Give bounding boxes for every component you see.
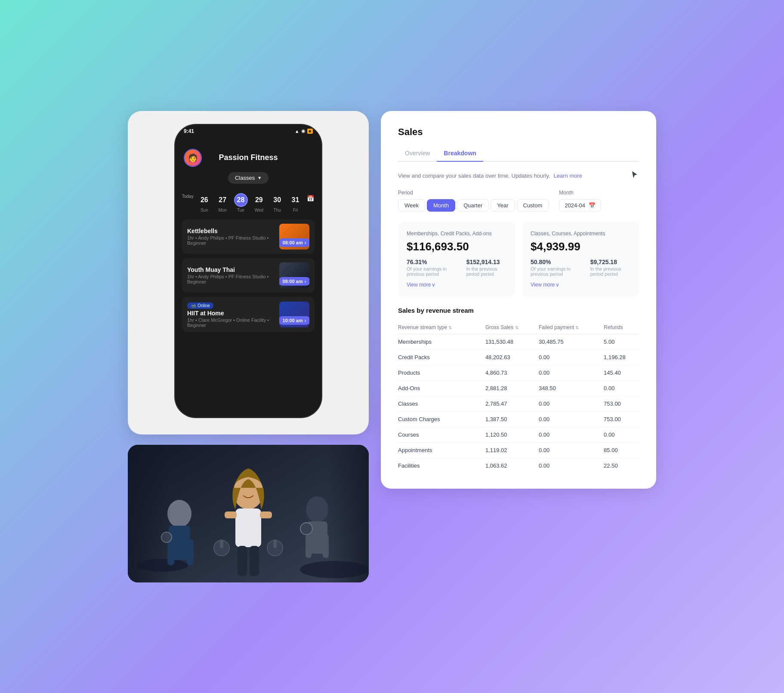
class-details: 1hr • Andy Philips • PF Fitness Studio •… [187,274,275,284]
pct-label: Of your earnings in previous period [407,266,456,277]
cell-type: Credit Packs [398,349,485,365]
svg-rect-11 [225,511,237,518]
cell-refunds: 5.00 [604,334,639,349]
cal-day-label: Tue [237,208,244,213]
metrics-row: Memberships, Credit Packs, Add-ons $116,… [398,222,639,296]
status-time: 9:41 [184,128,194,134]
learn-more-link[interactable]: Learn more [554,172,582,179]
class-item-hiit[interactable]: 📹 Online HIIT at Home 1hr • Clare McGreg… [182,297,315,332]
cell-refunds: 753.00 [604,396,639,411]
main-container: 9:41 ▲ ◉ ■ 🧑 Passion Fitness [102,85,682,608]
cal-day-27[interactable]: 27 Mon [216,193,229,213]
cell-gross: 48,202.63 [485,349,539,365]
cal-day-30[interactable]: 30 Thu [270,193,284,213]
photo-card [128,445,369,582]
classes-dropdown[interactable]: Classes ▼ [228,172,269,184]
calendar-icon[interactable]: 📅 [307,195,314,213]
cell-failed: 0.00 [539,442,604,458]
cell-failed: 30,485.75 [539,334,604,349]
cell-refunds: 1,196.28 [604,349,639,365]
metric-prev: $152,914.13 In the previous period perio… [466,259,506,277]
status-bar: 9:41 ▲ ◉ ■ [175,128,321,134]
col-failed-payment[interactable]: Failed payment ⇅ [539,321,604,334]
month-input[interactable]: 2024-04 📅 [559,199,601,212]
cell-failed: 0.00 [539,349,604,365]
view-more-link-0[interactable]: View more ∨ [407,282,506,288]
table-row: Products 4,860.73 0.00 145.40 [398,365,639,380]
svg-point-4 [167,500,191,527]
svg-rect-18 [250,546,259,576]
svg-rect-25 [326,445,369,582]
metric-pct: 76.31% Of your earnings in previous peri… [407,259,456,277]
table-section-title: Sales by revenue stream [398,307,639,314]
cell-type: Courses [398,427,485,442]
cell-gross: 2,785.47 [485,396,539,411]
cell-refunds: 85.00 [604,442,639,458]
left-column: 9:41 ▲ ◉ ■ 🧑 Passion Fitness [128,111,369,582]
today-label: Today [182,194,194,199]
cell-type: Add-Ons [398,380,485,396]
time-label: 08:00 am [283,240,303,245]
period-btn-year[interactable]: Year [491,199,515,212]
class-item-muaythai[interactable]: Youth Muay Thai 1hr • Andy Philips • PF … [182,258,315,293]
tabs: Overview Breakdown [398,146,639,162]
sales-title: Sales [398,126,639,138]
cell-gross: 4,860.73 [485,365,539,380]
cell-gross: 1,387.50 [485,411,539,427]
class-name: HIIT at Home [187,310,275,317]
cell-failed: 0.00 [539,427,604,442]
cal-day-31[interactable]: 31 Fri [288,193,302,213]
cal-day-label: Fri [293,208,298,213]
controls-row: Period Week Month Quarter Year Custom Mo… [398,190,639,212]
cell-type: Classes [398,396,485,411]
time-label: 08:00 am [283,279,303,284]
class-info: 📹 Online HIIT at Home 1hr • Clare McGreg… [187,301,275,328]
calendar-icon: 📅 [589,202,596,209]
svg-point-23 [300,523,312,535]
period-btn-custom[interactable]: Custom [517,199,549,212]
tab-overview[interactable]: Overview [398,146,437,162]
col-gross-sales[interactable]: Gross Sales ⇅ [485,321,539,334]
class-list: Kettlebells 1hr • Andy Philips • PF Fitn… [175,219,321,336]
table-row: Courses 1,120.50 0.00 0.00 [398,427,639,442]
table-row: Facilities 1,063.62 0.00 22.50 [398,458,639,473]
view-more-link-1[interactable]: View more ∨ [531,282,630,288]
cell-failed: 0.00 [539,458,604,473]
battery-icon: ■ [307,129,313,134]
cal-day-29[interactable]: 29 Wed [252,193,266,213]
cell-refunds: 22.50 [604,458,639,473]
svg-rect-16 [273,539,277,548]
class-time-badge: 08:00 am › [279,238,309,247]
svg-rect-24 [128,445,171,582]
calendar-days: 26 Sun 27 Mon 28 Tue [197,193,315,213]
metric-card-classes: Classes, Courses, Appointments $4,939.99… [522,222,639,296]
tab-breakdown[interactable]: Breakdown [437,146,483,162]
class-name: Kettlebells [187,228,275,234]
cal-day-28[interactable]: 28 Tue [234,193,248,213]
video-icon: 📹 [191,303,196,308]
period-label: Period [398,190,549,196]
period-btn-month[interactable]: Month [427,199,455,212]
chevron-down-icon: ∨ [432,282,435,288]
cell-refunds: 753.00 [604,411,639,427]
chevron-down-icon: ▼ [257,176,262,180]
phone-mockup: 9:41 ▲ ◉ ■ 🧑 Passion Fitness [175,125,321,417]
avatar: 🧑 [184,149,202,167]
phone-content: 🧑 Passion Fitness Classes ▼ Today [175,125,321,417]
cell-type: Custom Charges [398,411,485,427]
cell-gross: 131,530.48 [485,334,539,349]
cal-day-num: 26 [198,193,211,207]
col-revenue-type[interactable]: Revenue stream type ⇅ [398,321,485,334]
period-btn-quarter[interactable]: Quarter [457,199,489,212]
table-row: Memberships 131,530.48 30,485.75 5.00 [398,334,639,349]
cell-gross: 2,881.28 [485,380,539,396]
class-item-kettlebells[interactable]: Kettlebells 1hr • Andy Philips • PF Fitn… [182,219,315,254]
cal-day-26[interactable]: 26 Sun [198,193,211,213]
period-buttons: Week Month Quarter Year Custom [398,199,549,212]
class-image-kettlebells: 08:00 am › [279,224,309,249]
metric-stats: 76.31% Of your earnings in previous peri… [407,259,506,277]
period-btn-week[interactable]: Week [398,199,425,212]
svg-rect-17 [238,546,247,576]
avatar-inner: 🧑 [185,150,201,166]
pct-label: Of your earnings in previous period [531,266,580,277]
